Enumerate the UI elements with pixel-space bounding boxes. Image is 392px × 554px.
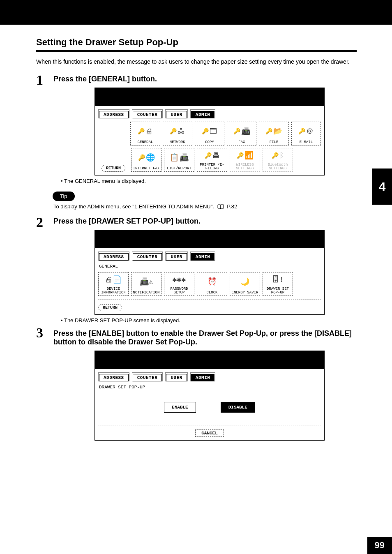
tip-text-b: P.82 [227, 203, 237, 210]
cancel-button[interactable]: CANCEL [195, 429, 224, 437]
return-button[interactable]: RETURN [98, 304, 122, 311]
btn-password-setup[interactable]: ✱✱✱PASSWORD SETUP [164, 272, 194, 296]
btn-device-info[interactable]: 🖨📄DEVICE INFORMATION [98, 272, 129, 296]
fax-icon: 🔑📠 [233, 122, 250, 141]
top-black-bar [0, 0, 392, 25]
tab-admin[interactable]: ADMIN [190, 252, 216, 261]
tip-text-a: To display the ADMIN menu, see "1.ENTERI… [53, 203, 216, 210]
btn-label: NOTIFICATION [133, 291, 160, 295]
tab-label: ADMIN [191, 253, 215, 261]
btn-list-report[interactable]: 📋📠LIST/REPORT [164, 148, 194, 172]
tab-label: USER [166, 111, 187, 118]
printer-icon: 🔑🖶 [205, 148, 220, 163]
btn-label: DRAWER SET POP-UP [263, 287, 293, 295]
book-icon [217, 204, 224, 209]
email-icon: 🔑＠ [298, 122, 314, 141]
step-heading: Press the [ENALBE] button to enable the … [53, 328, 357, 346]
btn-internet-fax[interactable]: 🔑🌐INTERNET FAX [131, 148, 161, 172]
step-note: The GENERAL menu is displayed. [61, 178, 357, 184]
cancel-row: CANCEL [98, 425, 321, 437]
energy-icon: 🌙 [240, 272, 249, 291]
tab-counter[interactable]: COUNTER [132, 109, 163, 118]
step-number: 3 [36, 325, 43, 341]
btn-file[interactable]: 🔑📂FILE [259, 122, 288, 145]
screen-drawer-popup: ADDRESS COUNTER USER ADMIN DRAWER SET PO… [95, 351, 325, 441]
return-cell: RETURN [98, 148, 129, 172]
btn-wireless: 🔑📶WIRELESS SETTINGS [230, 148, 260, 172]
return-button[interactable]: RETURN [101, 165, 125, 172]
page: Setting the Drawer Setup Pop-Up When thi… [0, 0, 392, 554]
page-number: 99 [367, 537, 392, 554]
tab-address[interactable]: ADDRESS [98, 372, 129, 381]
tab-bar: ADDRESS COUNTER USER ADMIN [98, 109, 321, 118]
list-icon: 📋📠 [170, 148, 189, 167]
section-title: Setting the Drawer Setup Pop-Up [36, 37, 357, 48]
btn-label: GENERAL [137, 141, 153, 144]
btn-copy[interactable]: 🔑🗔COPY [195, 122, 224, 145]
step-number: 2 [36, 215, 43, 230]
tab-admin[interactable]: ADMIN [190, 372, 216, 381]
wifi-icon: 🔑📶 [237, 148, 254, 163]
file-icon: 🔑📂 [265, 122, 282, 141]
network-icon: 🔑🖧 [170, 122, 185, 141]
content-area: Setting the Drawer Setup Pop-Up When thi… [36, 37, 357, 444]
btn-notification[interactable]: 📠⚠NOTIFICATION [131, 272, 161, 296]
tab-address[interactable]: ADDRESS [98, 109, 129, 118]
btn-email[interactable]: 🔑＠E-MAIL [291, 122, 321, 145]
tab-user[interactable]: USER [165, 109, 187, 118]
key-icon: 🔑🖨 [138, 122, 153, 141]
step-number: 1 [36, 72, 43, 88]
tab-label: ADMIN [191, 374, 215, 381]
btn-label: Bluetooth SETTINGS [263, 163, 293, 171]
btn-label: INTERNET FAX [133, 167, 160, 171]
btn-fax[interactable]: 🔑📠FAX [227, 122, 256, 145]
tab-user[interactable]: USER [165, 252, 187, 261]
menu-row: 🖨📄DEVICE INFORMATION 📠⚠NOTIFICATION ✱✱✱P… [98, 272, 321, 296]
btn-clock[interactable]: ⏰CLOCK [197, 272, 227, 296]
btn-energy-saver[interactable]: 🌙ENERGY SAVER [230, 272, 260, 296]
screen-body: ADDRESS COUNTER USER ADMIN GENERAL 🖨📄DEV… [95, 248, 324, 314]
password-icon: ✱✱✱ [173, 272, 186, 287]
btn-bluetooth: 🔑ᛒBluetooth SETTINGS [263, 148, 293, 172]
btn-printer-efiling[interactable]: 🔑🖶PRINTER /E-FILING [197, 148, 227, 172]
btn-label: PRINTER /E-FILING [197, 163, 227, 171]
screen-header [95, 230, 324, 248]
btn-general[interactable]: 🔑🖨GENERAL [130, 122, 160, 145]
screen-general-menu: ADDRESS COUNTER USER ADMIN GENERAL 🖨📄DEV… [95, 230, 325, 315]
step-heading: Press the [DRAWER SET POP-UP] button. [53, 217, 357, 226]
divider [98, 299, 321, 300]
clock-icon: ⏰ [208, 272, 217, 291]
btn-label: ENERGY SAVER [232, 291, 258, 295]
tab-user[interactable]: USER [165, 372, 187, 381]
option-row: ENABLE DISABLE [98, 402, 321, 413]
enable-button[interactable]: ENABLE [164, 402, 196, 413]
screen-admin-menu: ADDRESS COUNTER USER ADMIN 🔑🖨GENERAL 🔑🖧N… [95, 88, 325, 175]
tab-label: ADDRESS [99, 111, 129, 118]
menu-row-2: RETURN 🔑🌐INTERNET FAX 📋📠LIST/REPORT 🔑🖶PR… [98, 148, 321, 172]
copy-icon: 🔑🗔 [202, 122, 217, 141]
tab-label: ADMIN [191, 111, 215, 118]
tab-admin[interactable]: ADMIN [190, 109, 216, 118]
tab-counter[interactable]: COUNTER [132, 252, 163, 261]
screen-body: ADDRESS COUNTER USER ADMIN 🔑🖨GENERAL 🔑🖧N… [95, 106, 324, 175]
btn-label: E-MAIL [300, 141, 313, 144]
btn-drawer-set-popup[interactable]: 🗄!DRAWER SET POP-UP [263, 272, 293, 296]
btn-label: NETWORK [170, 141, 185, 144]
breadcrumb: DRAWER SET POP-UP [99, 385, 321, 390]
tab-address[interactable]: ADDRESS [98, 252, 129, 261]
btn-network[interactable]: 🔑🖧NETWORK [163, 122, 192, 145]
ifax-icon: 🔑🌐 [138, 148, 155, 167]
btn-label: COPY [205, 141, 214, 144]
breadcrumb: GENERAL [99, 264, 321, 269]
tab-counter[interactable]: COUNTER [132, 372, 163, 381]
tab-bar: ADDRESS COUNTER USER ADMIN [98, 372, 321, 381]
tip-text: To display the ADMIN menu, see "1.ENTERI… [53, 203, 357, 210]
step-1: 1 Press the [GENERAL] button. ADDRESS CO… [36, 75, 357, 184]
intro-paragraph: When this functions is enabled, the mess… [36, 58, 357, 66]
step-note: The DRAWER SET POP-UP screen is displaye… [61, 317, 357, 323]
tab-label: USER [166, 253, 187, 261]
screen-header [95, 351, 324, 369]
tab-bar: ADDRESS COUNTER USER ADMIN [98, 252, 321, 261]
disable-button[interactable]: DISABLE [221, 402, 255, 413]
btn-label: CLOCK [206, 291, 217, 295]
